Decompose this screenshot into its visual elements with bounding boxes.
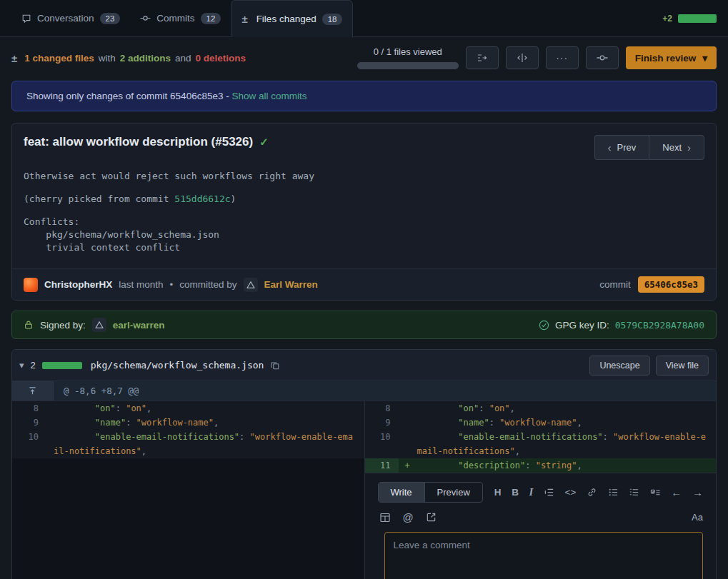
gpg-signed-row: Signed by: earl-warren GPG key ID: 0579C… — [11, 311, 717, 339]
conversation-count-badge: 23 — [100, 13, 121, 24]
chevron-down-icon[interactable]: ▾ — [19, 360, 24, 371]
verified-check-icon — [539, 320, 549, 331]
diff-stat-bar — [678, 14, 717, 23]
tab-label: Commits — [156, 13, 194, 24]
show-all-commits-link[interactable]: Show all commits — [231, 91, 306, 101]
signer-avatar[interactable] — [92, 318, 106, 332]
file-diff-header: ▾ 2 pkg/schema/workflow_schema.json Unes… — [12, 350, 716, 381]
expand-hunk-button[interactable] — [12, 381, 54, 401]
code-icon[interactable]: <> — [565, 487, 577, 498]
table-icon[interactable] — [379, 512, 391, 523]
code-token: , — [577, 460, 582, 470]
hunk-header-row: @ -8,6 +8,7 @@ — [12, 381, 716, 401]
tab-label: Conversation — [37, 13, 94, 24]
comment-input[interactable] — [384, 532, 704, 579]
commit-select-button[interactable] — [586, 46, 619, 69]
next-commit-button[interactable]: Next › — [649, 135, 704, 160]
code-token: , — [214, 418, 219, 428]
cherry-pick-commit-link[interactable]: 515dd6612c — [174, 193, 230, 204]
tab-files-changed[interactable]: ± Files changed 18 — [231, 0, 353, 37]
commit-hash-badge[interactable]: 65406c85e3 — [638, 276, 704, 293]
prev-commit-button[interactable]: ‹ Prev — [594, 135, 649, 160]
ci-success-check-icon[interactable]: ✓ — [259, 136, 269, 148]
finish-review-label: Finish review — [635, 53, 697, 64]
changed-files-link[interactable]: 1 changed files — [24, 53, 94, 64]
committer-name-link[interactable]: Earl Warren — [264, 279, 318, 290]
line-number-right[interactable]: 11 — [364, 458, 399, 473]
ellipsis-icon: ··· — [556, 52, 568, 64]
additions-count: 2 additions — [120, 53, 171, 64]
commit-label: commit — [599, 279, 631, 290]
commit-icon — [140, 13, 151, 24]
arrow-right-icon[interactable]: → — [692, 486, 703, 498]
diff-left-placeholder — [12, 473, 364, 579]
code-token: "enable-email-notifications" — [54, 432, 239, 442]
code-token: "workflow-name" — [499, 418, 577, 428]
commit-pager: ‹ Prev Next › — [594, 135, 704, 160]
bold-icon[interactable]: B — [512, 487, 519, 498]
commit-detail-box: feat: allow workflow description (#5326)… — [11, 123, 717, 301]
code-token: : — [489, 418, 499, 428]
unescape-button[interactable]: Unescape — [589, 356, 649, 376]
mention-icon[interactable]: @ — [403, 511, 414, 523]
task-list-icon[interactable] — [650, 487, 661, 498]
finish-review-button[interactable]: Finish review ▾ — [626, 46, 717, 69]
tab-conversation[interactable]: Conversation 23 — [11, 0, 130, 36]
tab-preview[interactable]: Preview — [424, 483, 482, 502]
bullet-list-icon[interactable] — [608, 487, 619, 498]
quote-icon[interactable] — [544, 487, 554, 498]
line-number-left[interactable]: 9 — [12, 416, 46, 430]
caret-down-icon: ▾ — [702, 52, 707, 64]
code-token: : — [239, 432, 249, 442]
prev-label: Prev — [617, 142, 637, 153]
commit-title: feat: allow workflow description (#5326)… — [24, 135, 269, 149]
line-number-left[interactable]: 10 — [12, 430, 46, 458]
whitespace-options-button[interactable] — [466, 46, 499, 69]
diff-options-button[interactable]: ··· — [546, 46, 579, 69]
code-token: , — [141, 446, 146, 456]
inline-comment-form: Write Preview H B I <> — [364, 473, 717, 579]
gpg-key-label: GPG key ID: — [555, 320, 609, 331]
chevron-left-icon: ‹ — [608, 141, 612, 153]
changed-files-summary: ± 1 changed files with 2 additions and 0… — [11, 52, 246, 64]
author-avatar[interactable] — [24, 278, 38, 292]
file-actions: Unescape View file — [589, 356, 709, 376]
tab-write[interactable]: Write — [379, 483, 424, 502]
diff-icon: ± — [11, 52, 17, 64]
committer-avatar[interactable] — [244, 278, 258, 292]
markdown-editor-header: Write Preview H B I <> — [378, 482, 704, 503]
heading-icon[interactable]: H — [494, 487, 502, 498]
author-name-link[interactable]: ChristopherHX — [44, 279, 112, 290]
split-view-button[interactable] — [506, 46, 539, 69]
line-number-right[interactable]: 9 — [364, 416, 399, 430]
view-file-button[interactable]: View file — [656, 356, 709, 376]
commits-count-badge: 12 — [201, 13, 221, 24]
reference-icon[interactable] — [426, 512, 437, 523]
link-icon[interactable] — [587, 487, 597, 498]
markdown-toolbar-row2: @ Aa — [379, 511, 704, 523]
arrow-left-icon[interactable]: ← — [671, 486, 682, 498]
pr-files-page: Conversation 23 Commits 12 ± Files chang… — [0, 0, 728, 579]
signed-by-label: Signed by: — [40, 320, 86, 331]
commit-title-text: feat: allow workflow description (#5326) — [24, 135, 253, 149]
commit-filter-banner: Showing only changes of commit 65406c85e… — [11, 81, 717, 111]
line-number-right[interactable]: 8 — [364, 401, 399, 416]
numbered-list-icon[interactable] — [629, 487, 639, 498]
copy-icon[interactable] — [270, 361, 280, 371]
signer-name-link[interactable]: earl-warren — [113, 320, 165, 331]
files-count-badge: 18 — [322, 14, 343, 25]
diff-code-right-9: "name": "workflow-name", — [399, 416, 717, 430]
italic-icon[interactable]: I — [529, 486, 534, 498]
code-token: "on" — [126, 403, 146, 413]
markdown-toolbar: H B I <> — [494, 486, 703, 498]
commit-time: last month — [119, 279, 163, 290]
commit-hash-group: commit 65406c85e3 — [599, 276, 704, 293]
diff-code-right-10: "enable-email-notifications": "workflow-… — [399, 430, 717, 458]
tab-commits[interactable]: Commits 12 — [130, 0, 231, 36]
code-token: , — [146, 403, 151, 413]
line-number-right[interactable]: 10 — [364, 430, 399, 458]
file-name-link[interactable]: pkg/schema/workflow_schema.json — [91, 360, 264, 371]
line-number-left[interactable]: 8 — [12, 401, 46, 416]
files-viewed-progress-bar — [357, 62, 459, 69]
text-size-toggle[interactable]: Aa — [692, 512, 703, 523]
